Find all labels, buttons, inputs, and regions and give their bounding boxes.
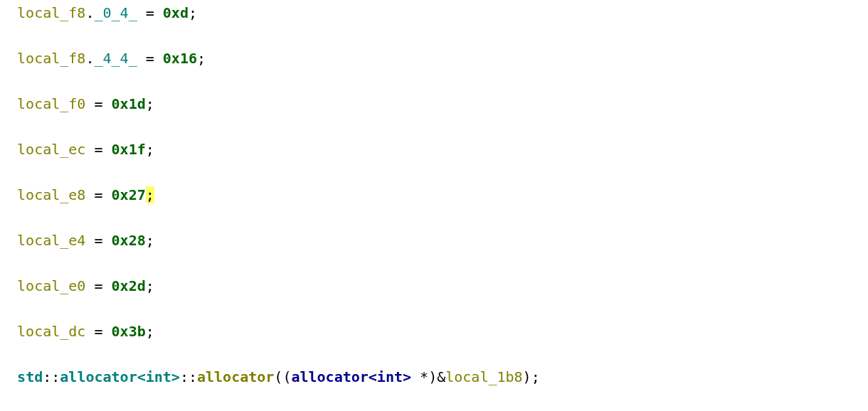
variable-token: local_f8 [0,50,85,67]
code-line: std::allocator<int>::allocator((allocato… [0,365,868,388]
number-token: 0x28 [112,232,146,249]
code-line: local_f0 = 0x1d; [0,92,868,115]
number-token: 0x1d [112,95,146,112]
variable-token: local_f0 [0,95,85,112]
number-token: 0x2d [112,277,146,294]
highlighted-token: ; [146,186,154,203]
code-line: local_ec = 0x1f; [0,138,868,161]
decompiler-code-block: local_f8._0_4_ = 0xd; local_f8._4_4_ = 0… [0,0,868,411]
variable-token: local_e8 [0,186,85,203]
variable-token: local_e0 [0,277,85,294]
type-token: allocator<int> [291,368,411,385]
variable-token: local_dc [0,323,85,340]
type-token: allocator<int> [60,368,180,385]
code-line: local_f8._0_4_ = 0xd; [0,1,868,24]
code-line: local_f8._4_4_ = 0x16; [0,47,868,70]
namespace-token: std [17,368,43,385]
code-line: local_e4 = 0x28; [0,229,868,252]
variable-token: local_f8 [0,4,85,21]
number-token: 0xd [163,4,189,21]
number-token: 0x1f [112,141,146,158]
member-token: _0_4_ [94,4,137,21]
variable-token: local_e4 [0,232,85,249]
number-token: 0x16 [163,50,197,67]
number-token: 0x27 [112,186,146,203]
code-line: local_e8 = 0x27; [0,183,868,206]
code-line: local_dc = 0x3b; [0,320,868,343]
variable-token: local_ec [0,141,85,158]
constructor-token: allocator [197,368,274,385]
member-token: _4_4_ [94,50,137,67]
number-token: 0x3b [112,323,146,340]
code-line: local_e0 = 0x2d; [0,274,868,297]
variable-token: local_1b8 [445,368,522,385]
